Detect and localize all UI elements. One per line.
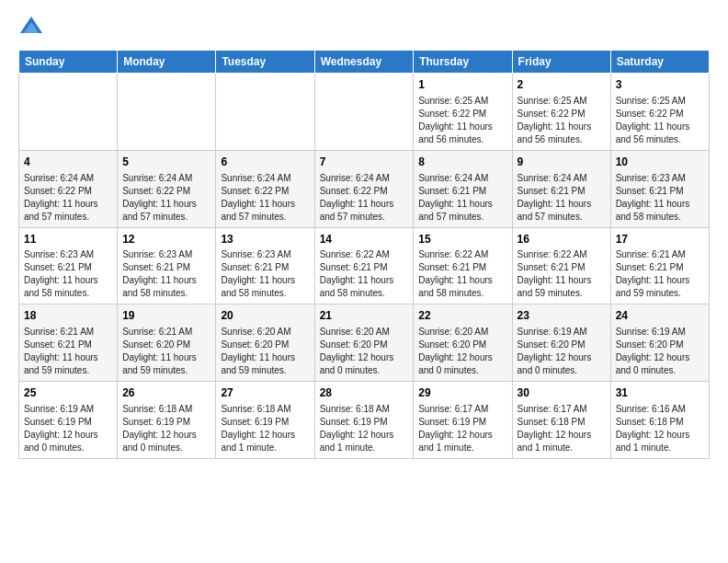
calendar-cell: 18Sunrise: 6:21 AM Sunset: 6:21 PM Dayli…	[19, 304, 118, 382]
calendar-header: SundayMondayTuesdayWednesdayThursdayFrid…	[19, 51, 710, 74]
calendar-cell: 16Sunrise: 6:22 AM Sunset: 6:21 PM Dayli…	[512, 227, 610, 304]
day-info: Sunrise: 6:20 AM Sunset: 6:20 PM Dayligh…	[320, 326, 409, 377]
day-info: Sunrise: 6:25 AM Sunset: 6:22 PM Dayligh…	[418, 95, 506, 146]
weekday-header-tuesday: Tuesday	[216, 51, 314, 74]
day-info: Sunrise: 6:23 AM Sunset: 6:21 PM Dayligh…	[616, 172, 704, 224]
day-number: 4	[24, 155, 112, 170]
day-number: 5	[122, 155, 210, 170]
day-info: Sunrise: 6:24 AM Sunset: 6:21 PM Dayligh…	[518, 172, 606, 224]
calendar-cell: 13Sunrise: 6:23 AM Sunset: 6:21 PM Dayli…	[216, 227, 314, 304]
day-number: 15	[418, 232, 506, 247]
calendar-page: SundayMondayTuesdayWednesdayThursdayFrid…	[0, 0, 728, 563]
calendar-body: 1Sunrise: 6:25 AM Sunset: 6:22 PM Daylig…	[19, 74, 710, 459]
calendar-cell: 21Sunrise: 6:20 AM Sunset: 6:20 PM Dayli…	[314, 304, 414, 382]
calendar-week-1: 4Sunrise: 6:24 AM Sunset: 6:22 PM Daylig…	[19, 150, 710, 227]
day-info: Sunrise: 6:22 AM Sunset: 6:21 PM Dayligh…	[418, 248, 506, 300]
day-number: 13	[221, 232, 309, 247]
day-number: 17	[616, 232, 704, 247]
calendar-cell: 25Sunrise: 6:19 AM Sunset: 6:19 PM Dayli…	[19, 382, 118, 459]
calendar-cell: 2Sunrise: 6:25 AM Sunset: 6:22 PM Daylig…	[512, 74, 610, 151]
day-number: 14	[320, 232, 409, 247]
day-number: 19	[122, 308, 210, 324]
day-info: Sunrise: 6:18 AM Sunset: 6:19 PM Dayligh…	[320, 403, 409, 454]
day-number: 9	[518, 155, 606, 170]
calendar-cell	[19, 74, 118, 151]
calendar-cell	[314, 74, 414, 151]
day-number: 23	[518, 308, 606, 324]
calendar-cell: 30Sunrise: 6:17 AM Sunset: 6:18 PM Dayli…	[512, 382, 610, 459]
day-info: Sunrise: 6:24 AM Sunset: 6:22 PM Dayligh…	[122, 172, 210, 224]
day-info: Sunrise: 6:24 AM Sunset: 6:22 PM Dayligh…	[24, 172, 112, 224]
day-number: 22	[418, 308, 506, 324]
day-info: Sunrise: 6:23 AM Sunset: 6:21 PM Dayligh…	[24, 248, 112, 300]
day-number: 3	[616, 77, 704, 93]
day-info: Sunrise: 6:25 AM Sunset: 6:22 PM Dayligh…	[518, 95, 606, 146]
day-info: Sunrise: 6:20 AM Sunset: 6:20 PM Dayligh…	[221, 326, 309, 377]
day-number: 30	[518, 385, 606, 401]
day-info: Sunrise: 6:18 AM Sunset: 6:19 PM Dayligh…	[122, 403, 210, 454]
calendar-cell: 15Sunrise: 6:22 AM Sunset: 6:21 PM Dayli…	[414, 227, 512, 304]
day-info: Sunrise: 6:23 AM Sunset: 6:21 PM Dayligh…	[221, 248, 309, 300]
header	[18, 15, 710, 40]
weekday-header-sunday: Sunday	[19, 51, 118, 74]
day-info: Sunrise: 6:22 AM Sunset: 6:21 PM Dayligh…	[320, 248, 409, 300]
day-number: 25	[24, 385, 112, 401]
weekday-header-thursday: Thursday	[414, 51, 512, 74]
calendar-cell: 31Sunrise: 6:16 AM Sunset: 6:18 PM Dayli…	[610, 382, 709, 459]
calendar-cell: 14Sunrise: 6:22 AM Sunset: 6:21 PM Dayli…	[314, 227, 414, 304]
calendar-cell: 8Sunrise: 6:24 AM Sunset: 6:21 PM Daylig…	[414, 150, 512, 227]
day-number: 26	[122, 385, 210, 401]
day-info: Sunrise: 6:20 AM Sunset: 6:20 PM Dayligh…	[418, 326, 506, 377]
calendar-cell: 4Sunrise: 6:24 AM Sunset: 6:22 PM Daylig…	[19, 150, 118, 227]
calendar-table: SundayMondayTuesdayWednesdayThursdayFrid…	[18, 50, 710, 459]
day-number: 6	[221, 155, 309, 170]
weekday-header-saturday: Saturday	[610, 51, 709, 74]
day-info: Sunrise: 6:21 AM Sunset: 6:21 PM Dayligh…	[24, 326, 112, 377]
day-number: 11	[24, 232, 112, 247]
day-info: Sunrise: 6:19 AM Sunset: 6:20 PM Dayligh…	[518, 326, 606, 377]
calendar-cell: 22Sunrise: 6:20 AM Sunset: 6:20 PM Dayli…	[414, 304, 512, 382]
calendar-cell	[118, 74, 216, 151]
calendar-cell: 23Sunrise: 6:19 AM Sunset: 6:20 PM Dayli…	[512, 304, 610, 382]
day-number: 7	[320, 155, 409, 170]
day-number: 12	[122, 232, 210, 247]
day-info: Sunrise: 6:17 AM Sunset: 6:19 PM Dayligh…	[418, 403, 506, 454]
day-info: Sunrise: 6:16 AM Sunset: 6:18 PM Dayligh…	[616, 403, 704, 454]
calendar-cell: 29Sunrise: 6:17 AM Sunset: 6:19 PM Dayli…	[414, 382, 512, 459]
day-number: 20	[221, 308, 309, 324]
calendar-cell: 1Sunrise: 6:25 AM Sunset: 6:22 PM Daylig…	[414, 74, 512, 151]
calendar-cell: 6Sunrise: 6:24 AM Sunset: 6:22 PM Daylig…	[216, 150, 314, 227]
weekday-header-monday: Monday	[118, 51, 216, 74]
day-info: Sunrise: 6:24 AM Sunset: 6:22 PM Dayligh…	[320, 172, 409, 224]
day-info: Sunrise: 6:22 AM Sunset: 6:21 PM Dayligh…	[518, 248, 606, 300]
weekday-header-wednesday: Wednesday	[314, 51, 414, 74]
calendar-cell: 12Sunrise: 6:23 AM Sunset: 6:21 PM Dayli…	[118, 227, 216, 304]
day-info: Sunrise: 6:17 AM Sunset: 6:18 PM Dayligh…	[518, 403, 606, 454]
calendar-cell: 24Sunrise: 6:19 AM Sunset: 6:20 PM Dayli…	[610, 304, 709, 382]
day-number: 18	[24, 308, 112, 324]
calendar-cell: 5Sunrise: 6:24 AM Sunset: 6:22 PM Daylig…	[118, 150, 216, 227]
day-number: 24	[616, 308, 704, 324]
calendar-cell: 10Sunrise: 6:23 AM Sunset: 6:21 PM Dayli…	[610, 150, 709, 227]
day-info: Sunrise: 6:23 AM Sunset: 6:21 PM Dayligh…	[122, 248, 210, 300]
calendar-cell: 7Sunrise: 6:24 AM Sunset: 6:22 PM Daylig…	[314, 150, 414, 227]
weekday-header-friday: Friday	[512, 51, 610, 74]
day-number: 16	[518, 232, 606, 247]
calendar-cell: 17Sunrise: 6:21 AM Sunset: 6:21 PM Dayli…	[610, 227, 709, 304]
calendar-cell: 27Sunrise: 6:18 AM Sunset: 6:19 PM Dayli…	[216, 382, 314, 459]
calendar-cell: 28Sunrise: 6:18 AM Sunset: 6:19 PM Dayli…	[314, 382, 414, 459]
day-number: 27	[221, 385, 309, 401]
calendar-cell: 3Sunrise: 6:25 AM Sunset: 6:22 PM Daylig…	[610, 74, 709, 151]
day-number: 1	[418, 77, 506, 93]
day-info: Sunrise: 6:24 AM Sunset: 6:22 PM Dayligh…	[221, 172, 309, 224]
calendar-cell: 26Sunrise: 6:18 AM Sunset: 6:19 PM Dayli…	[118, 382, 216, 459]
day-number: 10	[616, 155, 704, 170]
calendar-week-3: 18Sunrise: 6:21 AM Sunset: 6:21 PM Dayli…	[19, 304, 710, 382]
day-number: 28	[320, 385, 409, 401]
day-number: 31	[616, 385, 704, 401]
weekday-header-row: SundayMondayTuesdayWednesdayThursdayFrid…	[19, 51, 710, 74]
calendar-cell: 20Sunrise: 6:20 AM Sunset: 6:20 PM Dayli…	[216, 304, 314, 382]
calendar-week-4: 25Sunrise: 6:19 AM Sunset: 6:19 PM Dayli…	[19, 382, 710, 459]
day-info: Sunrise: 6:21 AM Sunset: 6:21 PM Dayligh…	[616, 248, 704, 300]
day-info: Sunrise: 6:24 AM Sunset: 6:21 PM Dayligh…	[418, 172, 506, 224]
